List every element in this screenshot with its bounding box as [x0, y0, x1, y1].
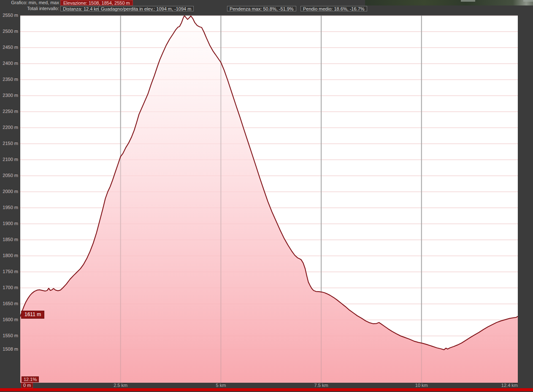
elevation-profile-window: Grafico: min, med, max Elevazione: 1508,… [0, 0, 533, 392]
y-axis-label: 2200 m [0, 125, 18, 130]
stat-max-slope: Pendenza max: 50.8%, -51.9% [227, 6, 296, 11]
x-axis-label: 2.5 km [114, 383, 127, 388]
map-background-sliver [365, 0, 533, 5]
y-axis-label: 1950 m [0, 205, 18, 210]
y-axis-label: 2500 m [0, 29, 18, 34]
stat-gain-loss: Guadagno/perdita in elev.: 1094 m, -1094… [98, 6, 194, 11]
x-axis: 0 m2.5 km5 km7.5 km10 km12.4 km [0, 383, 533, 388]
y-axis-label: 1700 m [0, 285, 18, 290]
y-axis-label: 1508 m [0, 346, 18, 352]
y-axis-label: 2550 m [0, 13, 18, 18]
x-axis-label: 10 km [415, 383, 428, 388]
x-axis-label: 12.4 km [501, 383, 518, 388]
y-axis-label: 1600 m [0, 317, 18, 322]
y-axis-label: 2000 m [0, 189, 18, 194]
x-axis-label: 7.5 km [314, 383, 328, 388]
y-axis-label: 2050 m [0, 173, 18, 178]
y-axis-label: 1800 m [0, 253, 18, 258]
map-background-speck [461, 0, 475, 2]
elevation-summary-badge: Elevazione: 1508, 1854, 2550 m [60, 0, 133, 5]
y-axis-label: 1550 m [0, 333, 18, 338]
y-axis-label: 2450 m [0, 45, 18, 50]
y-axis-label: 1900 m [0, 221, 18, 226]
y-axis-label: 1650 m [0, 301, 18, 306]
y-axis-label: 1850 m [0, 237, 18, 242]
track-position-bar [0, 388, 533, 391]
y-axis-label: 2350 m [0, 77, 18, 82]
graph-minmedmax-label: Grafico: min, med, max [0, 0, 59, 5]
elevation-chart[interactable]: 1611 m 12.1% [20, 15, 518, 383]
elevation-profile-svg [20, 16, 518, 383]
cursor-grade-badge: 12.1% [22, 376, 39, 382]
stat-avg-slope: Pendio medio: 18.6%, -16.7% [300, 6, 367, 11]
cursor-elevation-badge: 1611 m [21, 311, 44, 319]
y-axis-label: 2400 m [0, 61, 18, 66]
y-axis-label: 2150 m [0, 141, 18, 146]
x-axis-label: 5 km [216, 383, 226, 388]
y-axis-label: 2100 m [0, 157, 18, 162]
y-axis-label: 2250 m [0, 109, 18, 114]
y-axis-label: 1750 m [0, 269, 18, 274]
stat-distance: Distanza: 12.4 km [60, 6, 103, 11]
totals-interval-label: Totali intervallo: [0, 6, 59, 11]
y-axis-label: 2300 m [0, 93, 18, 98]
x-axis-cursor-label: 0 m [21, 383, 33, 388]
map-background-speck [523, 0, 533, 2]
